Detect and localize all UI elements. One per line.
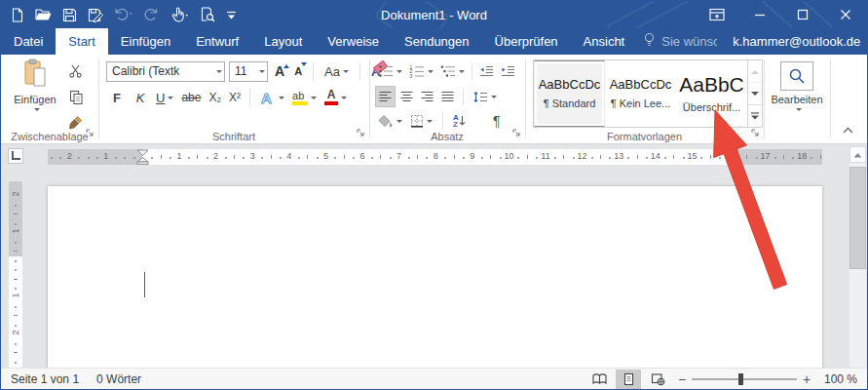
- align-right-icon[interactable]: [418, 86, 436, 107]
- zoom-out-button[interactable]: −: [674, 371, 690, 387]
- tab-stop-selector[interactable]: [8, 148, 23, 164]
- borders-icon[interactable]: [407, 110, 435, 132]
- title-bar: Dokument1 - Word: [1, 1, 867, 28]
- close-icon[interactable]: [824, 1, 867, 28]
- indent-marker-first-line[interactable]: [136, 149, 149, 165]
- clipboard-mini-buttons: [65, 60, 86, 133]
- group-label-font: Schriftart: [98, 131, 369, 142]
- ribbon-tab[interactable]: Sendungen: [392, 28, 482, 55]
- tab-stop-left-icon: [12, 151, 20, 160]
- justify-icon[interactable]: [438, 86, 457, 107]
- grow-font-icon[interactable]: A: [272, 60, 287, 82]
- line-spacing-icon[interactable]: [470, 86, 500, 107]
- pilcrow-icon[interactable]: ¶: [482, 110, 511, 132]
- align-left-icon[interactable]: [375, 86, 396, 107]
- chevron-down-icon: [279, 97, 284, 102]
- search-icon[interactable]: [780, 61, 813, 91]
- font-color-icon[interactable]: A: [321, 87, 350, 108]
- ribbon-tab[interactable]: Start: [56, 28, 107, 55]
- copy-icon[interactable]: [66, 86, 86, 107]
- undo-icon[interactable]: [114, 8, 133, 21]
- open-icon[interactable]: [35, 8, 52, 21]
- italic-button[interactable]: K: [130, 87, 151, 108]
- text-effects-icon[interactable]: A: [256, 87, 287, 108]
- superscript-button[interactable]: X²: [226, 87, 244, 108]
- chevron-down-icon: [343, 70, 349, 76]
- touch-mode-icon[interactable]: [170, 7, 189, 22]
- dialog-launcher-icon[interactable]: [512, 127, 521, 140]
- subscript-button[interactable]: X₂: [206, 87, 224, 108]
- font-size-value: 11: [235, 64, 246, 78]
- print-preview-icon[interactable]: [200, 7, 215, 22]
- vertical-scrollbar[interactable]: [849, 146, 866, 368]
- styles-scroll-up-icon[interactable]: [748, 60, 762, 83]
- increase-indent-icon[interactable]: [498, 60, 518, 82]
- indent-marker-right[interactable]: [725, 157, 737, 165]
- zoom-in-button[interactable]: +: [799, 371, 814, 387]
- qat-customize-icon[interactable]: [226, 9, 237, 20]
- minimize-icon[interactable]: [738, 1, 781, 28]
- sort-icon[interactable]: AZ: [450, 110, 469, 132]
- ribbon-tab[interactable]: Überprüfen: [482, 28, 571, 55]
- strikethrough-button[interactable]: abe: [178, 87, 204, 108]
- account-email[interactable]: k.hammer@outlook.de: [723, 34, 867, 49]
- h-ruler[interactable]: 211234567891011121314151718: [48, 149, 822, 165]
- page-count[interactable]: Seite 1 von 1: [11, 372, 79, 386]
- styles-scroll-down-icon[interactable]: [748, 83, 762, 105]
- ribbon-tab[interactable]: Entwurf: [183, 28, 251, 55]
- font-size-combo[interactable]: 11: [229, 61, 268, 82]
- editing-button[interactable]: Bearbeiten: [771, 61, 823, 114]
- read-mode-icon[interactable]: [586, 370, 612, 389]
- change-case-button[interactable]: Aa: [321, 60, 352, 82]
- zoom-slider-thumb[interactable]: [738, 373, 743, 385]
- align-center-icon[interactable]: [397, 86, 416, 107]
- multilevel-list-icon[interactable]: [437, 60, 468, 82]
- ribbon-tab[interactable]: Einfügen: [108, 28, 183, 55]
- dialog-launcher-icon[interactable]: [86, 127, 94, 140]
- document-page[interactable]: [48, 186, 822, 368]
- underline-button[interactable]: U: [153, 87, 176, 108]
- collapse-ribbon-icon[interactable]: [843, 123, 853, 136]
- scrollbar-thumb[interactable]: [849, 167, 866, 269]
- ribbon-tab[interactable]: Layout: [251, 28, 315, 55]
- highlight-icon[interactable]: ab: [289, 87, 320, 108]
- style-card[interactable]: AaBbC Überschrif...: [676, 60, 747, 127]
- style-card[interactable]: AaBbCcDc ¶ Kein Lee...: [605, 60, 676, 127]
- redo-icon[interactable]: [144, 8, 159, 21]
- shrink-font-icon[interactable]: A: [291, 60, 305, 82]
- v-ruler[interactable]: 2112: [9, 181, 22, 368]
- zoom-slider[interactable]: [692, 370, 797, 389]
- word-count[interactable]: 0 Wörter: [96, 372, 141, 386]
- ribbon-tabs: DateiStartEinfügenEntwurfLayoutVerweiseS…: [1, 28, 637, 55]
- dialog-launcher-icon[interactable]: [751, 127, 760, 140]
- web-layout-icon[interactable]: [645, 370, 670, 389]
- group-label-clipboard: Zwischenablage: [1, 131, 98, 142]
- dialog-launcher-icon[interactable]: [357, 127, 365, 140]
- cut-scissors-icon[interactable]: [65, 60, 86, 82]
- new-document-icon[interactable]: [11, 8, 24, 22]
- maximize-icon[interactable]: [781, 1, 824, 28]
- styles-more-icon[interactable]: [748, 105, 762, 127]
- shading-icon[interactable]: [375, 110, 405, 132]
- zoom-level[interactable]: 100 %: [814, 372, 857, 386]
- ribbon-tab[interactable]: Ansicht: [571, 28, 638, 55]
- font-name-combo[interactable]: Calibri (Textk: [106, 61, 225, 82]
- save-icon[interactable]: [62, 8, 77, 22]
- save-edit-icon[interactable]: [88, 8, 103, 22]
- scroll-up-icon[interactable]: [849, 146, 866, 163]
- group-label-paragraph: Absatz: [369, 131, 525, 142]
- ribbon-display-options-icon[interactable]: [696, 1, 738, 28]
- bold-button[interactable]: F: [106, 87, 128, 108]
- print-layout-icon[interactable]: [616, 370, 641, 389]
- tell-me[interactable]: Sie wünsc: [637, 32, 723, 51]
- paste-button[interactable]: Einfügen: [9, 58, 61, 114]
- chevron-down-icon: [168, 97, 173, 102]
- style-card[interactable]: AaBbCcDc ¶ Standard: [534, 60, 605, 127]
- ribbon-tab[interactable]: Verweise: [315, 28, 392, 55]
- numbering-icon[interactable]: 123: [406, 60, 436, 82]
- decrease-indent-icon[interactable]: [476, 60, 497, 82]
- bullets-icon[interactable]: [375, 60, 405, 82]
- format-painter-icon[interactable]: [65, 111, 86, 133]
- ribbon-tab[interactable]: Datei: [1, 28, 56, 55]
- status-right: − + 100 %: [586, 370, 867, 389]
